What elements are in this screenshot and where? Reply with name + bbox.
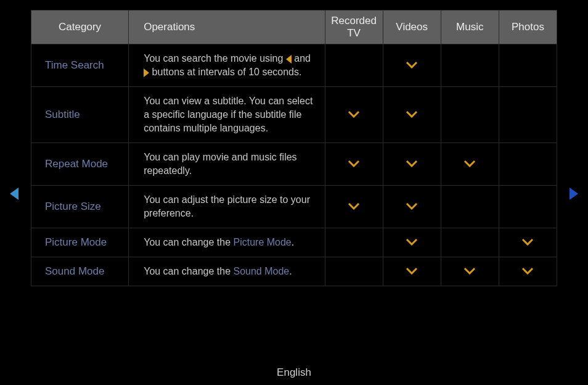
cell-photos	[499, 44, 557, 87]
cell-videos	[383, 257, 441, 286]
triangle-right-icon	[144, 68, 149, 77]
row-operation: You can change the Picture Mode.	[129, 228, 325, 257]
table-header-row: Category Operations Recorded TV Videos M…	[31, 10, 557, 44]
table-row: Repeat ModeYou can play movie and music …	[31, 143, 557, 186]
cell-recorded-tv	[325, 44, 383, 87]
row-category[interactable]: Picture Mode	[31, 228, 129, 257]
cell-music	[441, 44, 499, 87]
cell-music	[441, 257, 499, 286]
svg-marker-2	[286, 55, 292, 64]
table-row: Sound ModeYou can change the Sound Mode.	[31, 257, 557, 286]
next-page-arrow[interactable]	[570, 188, 578, 200]
mode-link[interactable]: Sound Mode	[233, 266, 289, 276]
footer-language: English	[0, 366, 588, 379]
chevron-down-icon	[463, 266, 476, 277]
cell-recorded-tv	[325, 186, 383, 228]
cell-photos	[499, 143, 557, 186]
features-table: Category Operations Recorded TV Videos M…	[31, 10, 557, 286]
row-category[interactable]: Sound Mode	[31, 257, 129, 286]
table-row: Time SearchYou can search the movie usin…	[31, 44, 557, 87]
chevron-down-icon	[406, 201, 418, 212]
svg-marker-3	[144, 68, 149, 77]
cell-music	[441, 143, 499, 186]
chevron-down-icon	[406, 266, 418, 277]
chevron-down-icon	[521, 266, 534, 277]
svg-marker-0	[10, 188, 18, 200]
table-row: SubtitleYou can view a subtitle. You can…	[31, 87, 557, 143]
cell-recorded-tv	[325, 257, 383, 286]
row-category[interactable]: Subtitle	[31, 87, 129, 143]
chevron-down-icon	[348, 109, 360, 120]
cell-videos	[383, 186, 441, 228]
chevron-down-icon	[463, 159, 476, 170]
header-category: Category	[31, 10, 129, 44]
cell-music	[441, 186, 499, 228]
cell-photos	[499, 257, 557, 286]
mode-link[interactable]: Picture Mode	[233, 237, 291, 247]
chevron-down-icon	[406, 60, 418, 71]
chevron-down-icon	[406, 109, 418, 120]
cell-photos	[499, 228, 557, 257]
header-music: Music	[441, 10, 499, 44]
cell-videos	[383, 143, 441, 186]
cell-videos	[383, 44, 441, 87]
chevron-down-icon	[521, 237, 534, 248]
header-photos: Photos	[499, 10, 557, 44]
row-category[interactable]: Repeat Mode	[31, 143, 129, 186]
cell-recorded-tv	[325, 143, 383, 186]
cell-recorded-tv	[325, 87, 383, 143]
table-row: Picture ModeYou can change the Picture M…	[31, 228, 557, 257]
chevron-down-icon	[348, 159, 360, 170]
cell-videos	[383, 87, 441, 143]
svg-marker-1	[570, 188, 578, 200]
prev-page-arrow[interactable]	[10, 188, 18, 200]
header-videos: Videos	[383, 10, 441, 44]
cell-music	[441, 87, 499, 143]
row-operation: You can change the Sound Mode.	[129, 257, 325, 286]
row-operation: You can view a subtitle. You can select …	[129, 87, 325, 143]
row-operation: You can search the movie using and butto…	[129, 44, 325, 87]
chevron-down-icon	[406, 159, 418, 170]
cell-music	[441, 228, 499, 257]
chevron-down-icon	[406, 237, 418, 248]
row-category[interactable]: Picture Size	[31, 186, 129, 228]
row-operation: You can adjust the picture size to your …	[129, 186, 325, 228]
chevron-down-icon	[348, 201, 360, 212]
triangle-left-icon	[286, 55, 292, 64]
table-row: Picture SizeYou can adjust the picture s…	[31, 186, 557, 228]
row-operation: You can play movie and music files repea…	[129, 143, 325, 186]
cell-photos	[499, 87, 557, 143]
header-recorded-tv: Recorded TV	[325, 10, 383, 44]
header-operations: Operations	[129, 10, 325, 44]
cell-recorded-tv	[325, 228, 383, 257]
row-category[interactable]: Time Search	[31, 44, 129, 87]
cell-videos	[383, 228, 441, 257]
cell-photos	[499, 186, 557, 228]
